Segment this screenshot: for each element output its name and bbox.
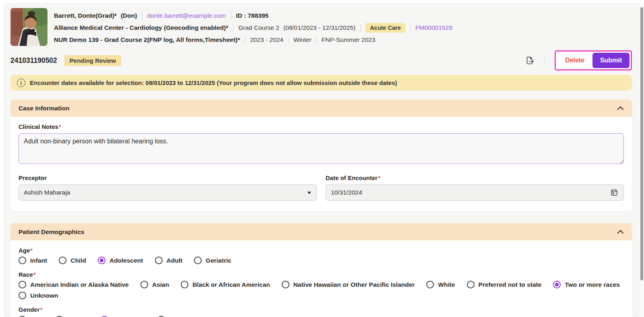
radio-button[interactable] [155, 257, 163, 264]
demographic-groups: Age*InfantChildAdolescentAdultGeriatricR… [10, 240, 632, 317]
course-name: Grad Course 2 [238, 24, 279, 31]
preceptor-select[interactable]: Ashish Maharaja ▼ [19, 184, 317, 201]
age-radio-group: InfantChildAdolescentAdultGeriatric [19, 257, 624, 264]
radio-button[interactable] [181, 281, 188, 288]
header-line-2: Alliance Medical Center - Cardiology (Ge… [54, 22, 452, 34]
radio-age-child[interactable]: Child [59, 257, 86, 264]
actions-row: 241031190502 Pending Review Delete Submi… [10, 51, 632, 70]
term: Winter [293, 36, 312, 44]
radio-button[interactable] [282, 281, 289, 288]
radio-age-adult[interactable]: Adult [155, 257, 183, 264]
case-information-header[interactable]: Case Information [10, 99, 632, 117]
patient-demographics-header[interactable]: Patient Demographics [10, 223, 632, 240]
radio-race-black-or-african-american[interactable]: Black or African American [181, 281, 270, 288]
clinical-notes-textarea[interactable]: Adult non-binary person with bilateral h… [19, 133, 624, 164]
radio-button[interactable] [140, 281, 148, 288]
divider [233, 25, 233, 31]
submit-button[interactable]: Submit [592, 53, 630, 68]
chevron-up-icon[interactable] [617, 230, 624, 234]
student-nickname: (Don) [121, 12, 137, 19]
case-information-card: Case Information Clinical Notes* Adult n… [10, 99, 632, 211]
radio-race-native-hawaiian-or-other-pacific-islander[interactable]: Native Hawaiian or Other Pacific Islande… [282, 281, 415, 288]
annotation-highlight-box: Delete Submit [555, 50, 632, 70]
field-group-age: Age*InfantChildAdolescentAdultGeriatric [19, 247, 624, 264]
radio-label: Two or more races [565, 281, 620, 288]
status-badge: Pending Review [64, 55, 121, 66]
divider [142, 12, 142, 19]
divider [410, 25, 411, 31]
clinical-site: Alliance Medical Center - Cardiology (Ge… [54, 24, 228, 31]
clinical-notes-label: Clinical Notes* [19, 123, 624, 130]
radio-button[interactable] [553, 281, 561, 288]
section-title: Case Information [19, 105, 70, 112]
calendar-icon[interactable] [610, 188, 619, 197]
radio-label: Adult [167, 257, 183, 264]
radio-button[interactable] [98, 257, 105, 264]
preceptor-value: Ashish Maharaja [24, 189, 70, 196]
patient-demographics-card: Patient Demographics Age*InfantChildAdol… [10, 223, 632, 317]
export-icon[interactable] [524, 54, 536, 66]
chevron-up-icon[interactable] [617, 106, 624, 110]
radio-label: Adolescent [109, 257, 143, 264]
specialty-badge: Acute Care [365, 23, 405, 33]
encounter-log-page: Barrett, Donte(Grad)* (Don) donte.barret… [4, 3, 644, 317]
record-id: 241031190502 [10, 56, 57, 65]
date-of-encounter-label: Date of Encounter* [326, 174, 624, 181]
divider [245, 37, 245, 44]
date-of-encounter-value: 10/31/2024 [331, 189, 362, 196]
student-header: Barrett, Donte(Grad)* (Don) donte.barret… [10, 6, 632, 46]
delete-button[interactable]: Delete [557, 53, 592, 68]
student-avatar [10, 8, 47, 46]
field-group-race: Race*American Indian or Alaska NativeAsi… [19, 271, 624, 299]
radio-race-white[interactable]: White [426, 281, 455, 288]
course-dates: (08/01/2023 - 12/31/2025) [283, 24, 355, 31]
radio-age-geriatric[interactable]: Geriatric [194, 257, 231, 264]
header-line-1: Barrett, Donte(Grad)* (Don) donte.barret… [54, 10, 452, 22]
radio-button[interactable] [19, 292, 26, 299]
radio-button[interactable] [19, 281, 26, 288]
gender-label: Gender* [19, 306, 624, 313]
student-id: ID : 788395 [236, 12, 268, 19]
student-name: Barrett, Donte(Grad)* [54, 12, 117, 19]
scrollbar-track[interactable] [639, 3, 644, 317]
info-icon: i [17, 79, 25, 87]
banner-text: Encounter dates available for selection:… [30, 79, 397, 86]
divider [360, 25, 361, 31]
radio-label: American Indian or Alaska Native [30, 281, 129, 288]
radio-race-asian[interactable]: Asian [140, 281, 169, 288]
field-group-gender: Gender*MaleFemaleNon-BinaryPreferred not… [19, 306, 624, 317]
chevron-down-icon: ▼ [306, 190, 312, 195]
radio-label: Native Hawaiian or Other Pacific Islande… [293, 281, 415, 288]
divider [545, 54, 545, 66]
radio-button[interactable] [19, 257, 26, 264]
radio-button[interactable] [194, 257, 202, 264]
radio-button[interactable] [426, 281, 434, 288]
radio-label: Infant [30, 257, 47, 264]
radio-age-adolescent[interactable]: Adolescent [98, 257, 143, 264]
race-radio-group: American Indian or Alaska NativeAsianBla… [19, 281, 624, 299]
radio-race-preferred-not-to-state[interactable]: Preferred not to state [467, 281, 542, 288]
radio-label: Geriatric [206, 257, 231, 264]
radio-race-two-or-more-races[interactable]: Two or more races [553, 281, 620, 288]
radio-label: Unknown [30, 292, 58, 299]
pm-number-link[interactable]: PM00001529 [415, 24, 452, 31]
scrollbar-thumb[interactable] [640, 7, 643, 280]
divider [316, 37, 317, 44]
radio-label: Asian [152, 281, 169, 288]
radio-button[interactable] [467, 281, 475, 288]
radio-age-infant[interactable]: Infant [19, 257, 47, 264]
radio-race-american-indian-or-alaska-native[interactable]: American Indian or Alaska Native [19, 281, 129, 288]
radio-label: White [438, 281, 455, 288]
radio-label: Preferred not to state [479, 281, 542, 288]
radio-button[interactable] [59, 257, 66, 264]
date-of-encounter-input[interactable]: 10/31/2024 [326, 184, 624, 201]
student-email-link[interactable]: donte.barrett@example.com [147, 12, 226, 19]
academic-year: 2023 - 2024 [250, 36, 283, 44]
cohort: FNP-Summer 2023 [322, 36, 376, 44]
radio-race-unknown[interactable]: Unknown [19, 292, 58, 299]
divider [288, 37, 289, 44]
preceptor-label: Preceptor [19, 174, 317, 181]
divider [231, 12, 231, 19]
radio-label: Child [70, 257, 86, 264]
header-line-3: NUR Demo 139 - Grad Course 2(FNP log, Al… [54, 34, 452, 46]
